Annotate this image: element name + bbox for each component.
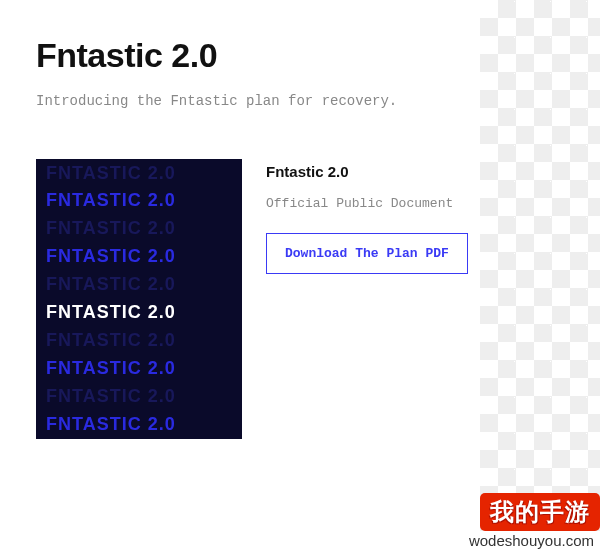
watermark-brand: 我的手游 (480, 493, 600, 531)
cover-line: FNTASTIC 2.0 (46, 299, 242, 327)
cover-line: FNTASTIC 2.0 (46, 160, 242, 188)
document-cover: FNTASTIC 2.0FNTASTIC 2.0FNTASTIC 2.0FNTA… (36, 159, 242, 439)
document-row: FNTASTIC 2.0FNTASTIC 2.0FNTASTIC 2.0FNTA… (36, 159, 564, 439)
cover-line: FNTASTIC 2.0 (46, 383, 242, 411)
watermark: 我的手游 wodeshouyou.com (463, 493, 600, 550)
cover-line: FNTASTIC 2.0 (46, 327, 242, 355)
document-title: Fntastic 2.0 (266, 163, 468, 180)
watermark-url: wodeshouyou.com (463, 531, 600, 550)
document-subtitle: Official Public Document (266, 196, 468, 211)
cover-line: FNTASTIC 2.0 (46, 355, 242, 383)
page-title: Fntastic 2.0 (36, 36, 564, 75)
cover-line: FNTASTIC 2.0 (46, 271, 242, 299)
cover-line: FNTASTIC 2.0 (46, 243, 242, 271)
cover-line: FNTASTIC 2.0 (46, 215, 242, 243)
page-subtitle: Introducing the Fntastic plan for recove… (36, 93, 564, 109)
cover-line: FNTASTIC 2.0 (46, 411, 242, 439)
download-button[interactable]: Download The Plan PDF (266, 233, 468, 274)
cover-line: FNTASTIC 2.0 (46, 187, 242, 215)
document-info: Fntastic 2.0 Official Public Document Do… (266, 159, 468, 274)
content-area: Fntastic 2.0 Introducing the Fntastic pl… (0, 0, 600, 439)
